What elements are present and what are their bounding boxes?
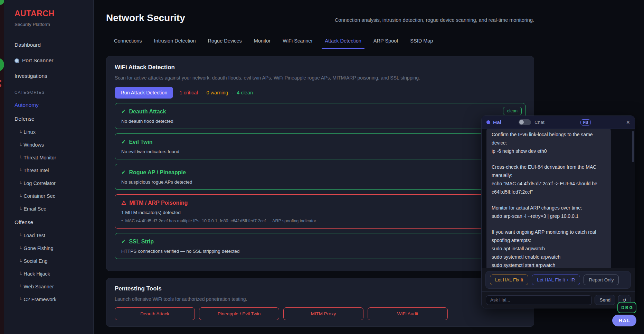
panel-description: Launch offensive WiFi tools for authoriz… bbox=[115, 296, 525, 302]
hal-assistant-panel: Hal Chat FB × Confirm the IPv6 link-loca… bbox=[481, 115, 635, 308]
warning-icon: ⚠ bbox=[121, 200, 126, 206]
let-hal-fix-it-button[interactable]: Let HAL Fix It bbox=[490, 275, 528, 285]
sidebar-item-autonomy[interactable]: Autonomy bbox=[15, 102, 93, 108]
sidebar-item-container-sec[interactable]: └Container Sec bbox=[19, 193, 93, 199]
sidebar-item-threat-monitor[interactable]: └Threat Monitor bbox=[19, 155, 93, 160]
scrollbar-thumb[interactable] bbox=[632, 131, 634, 162]
brand-tagline: Security Platform bbox=[15, 22, 93, 27]
result-title-text: Deauth Attack bbox=[129, 109, 166, 115]
summary-warning: 0 warning bbox=[207, 90, 228, 95]
sidebar-item-label: C2 Framework bbox=[23, 297, 56, 302]
brand-logo: AUTARCH bbox=[15, 9, 93, 18]
strip-dot-green-top bbox=[0, 0, 4, 5]
result-card-mitm-arp-poisoning: ⚠ MITM / ARP Poisoning 1 MITM indicator(… bbox=[115, 194, 525, 229]
result-title-text: Evil Twin bbox=[129, 139, 152, 145]
sidebar-item-web-scanner[interactable]: └Web Scanner bbox=[19, 284, 93, 289]
result-title: ✓ SSL Strip bbox=[121, 238, 519, 245]
tab-bar: Connections Intrusion Detection Rogue De… bbox=[106, 38, 534, 49]
debug-badge[interactable]: DBG bbox=[617, 302, 636, 313]
result-detail: No deauth flood detected bbox=[121, 119, 519, 124]
sidebar-item-load-test[interactable]: └Load Test bbox=[19, 233, 93, 238]
tree-branch-icon: └ bbox=[19, 246, 22, 251]
tab-attack-detection[interactable]: Attack Detection bbox=[325, 38, 361, 49]
sidebar-item-dashboard[interactable]: Dashboard bbox=[15, 42, 93, 48]
close-icon[interactable]: × bbox=[626, 119, 630, 126]
sidebar-item-label: Email Sec bbox=[23, 206, 46, 212]
deauth-attack-button[interactable]: Deauth Attack bbox=[115, 307, 195, 320]
sidebar-item-offense[interactable]: Offense bbox=[15, 219, 93, 225]
mode-toggle[interactable] bbox=[519, 119, 531, 125]
hal-launcher-button[interactable]: HAL bbox=[612, 315, 636, 326]
sidebar-item-label: Investigations bbox=[15, 73, 47, 79]
summary-separator: · bbox=[201, 90, 203, 95]
tree-branch-icon: └ bbox=[19, 271, 22, 277]
tab-wifi-scanner[interactable]: WiFi Scanner bbox=[283, 38, 313, 49]
sidebar-item-label: Linux bbox=[23, 129, 36, 135]
assistant-message-bubble: Confirm the IPv6 link-local belongs to t… bbox=[486, 129, 611, 268]
summary-critical: 1 critical bbox=[179, 90, 198, 95]
tab-rogue-devices[interactable]: Rogue Devices bbox=[208, 38, 242, 49]
message-line: Cross-check the EUI-64 derivation from t… bbox=[492, 163, 606, 179]
sidebar-item-log-correlator[interactable]: └Log Correlator bbox=[19, 180, 93, 186]
hal-actions-row: Let HAL Fix It Let HAL Fix It + IR Repor… bbox=[485, 271, 631, 289]
sidebar-item-defense[interactable]: Defense bbox=[15, 116, 93, 122]
panel-description: Scan for active attacks against your net… bbox=[115, 75, 525, 81]
tree-branch-icon: └ bbox=[19, 206, 22, 212]
page-description: Connection analysis, intrusion detection… bbox=[335, 17, 534, 23]
tab-intrusion-detection[interactable]: Intrusion Detection bbox=[154, 38, 196, 49]
let-hal-fix-it-ir-button[interactable]: Let HAL Fix It + IR bbox=[532, 275, 580, 285]
tab-arp-spoof[interactable]: ARP Spoof bbox=[373, 38, 398, 49]
sidebar-item-label: Container Sec bbox=[23, 193, 55, 199]
result-card-rogue-ap: ✓ Rogue AP / Pineapple No suspicious rog… bbox=[115, 164, 525, 190]
result-indicator: •MAC c4:4f:d5:d7:2c:cf has multiple IPs:… bbox=[121, 219, 519, 223]
ask-hal-input[interactable] bbox=[486, 295, 592, 305]
mode-label: Chat bbox=[534, 120, 544, 125]
sidebar-item-c2-framework[interactable]: └C2 Framework bbox=[19, 297, 93, 302]
tree-branch-icon: └ bbox=[19, 233, 22, 238]
report-only-button[interactable]: Report Only bbox=[584, 275, 619, 285]
sidebar-item-label: Threat Intel bbox=[23, 168, 49, 173]
tree-branch-icon: └ bbox=[19, 168, 22, 173]
chat-scrollbar[interactable] bbox=[632, 131, 634, 266]
mitm-proxy-button[interactable]: MITM Proxy bbox=[283, 307, 363, 320]
message-line bbox=[492, 196, 606, 204]
sidebar-item-label: Load Test bbox=[23, 233, 45, 238]
sidebar-item-label: Windows bbox=[23, 142, 44, 148]
magnifier-icon bbox=[15, 58, 19, 63]
message-line: Monitor for actual ARP changes over time… bbox=[492, 204, 606, 212]
hal-header: Hal Chat FB × bbox=[482, 116, 635, 129]
sidebar-item-linux[interactable]: └Linux bbox=[19, 129, 93, 135]
pineapple-evil-twin-button[interactable]: Pineapple / Evil Twin bbox=[199, 307, 279, 320]
scan-summary: 1 critical · 0 warning · 4 clean bbox=[179, 90, 253, 95]
result-title: ⚠ MITM / ARP Poisoning bbox=[121, 200, 519, 206]
tab-ssid-map[interactable]: SSID Map bbox=[410, 38, 433, 49]
tab-connections[interactable]: Connections bbox=[114, 38, 142, 49]
result-detail: 1 MITM indicator(s) detected bbox=[121, 210, 519, 215]
result-title-text: Rogue AP / Pineapple bbox=[129, 169, 186, 176]
sidebar-item-threat-intel[interactable]: └Threat Intel bbox=[19, 168, 93, 173]
result-card-evil-twin: ✓ Evil Twin No evil twin indicators foun… bbox=[115, 133, 525, 159]
wifi-audit-button[interactable]: WiFi Audit bbox=[368, 307, 448, 320]
check-icon: ✓ bbox=[121, 169, 126, 176]
sidebar-item-gone-fishing[interactable]: └Gone Fishing bbox=[19, 245, 93, 251]
send-button[interactable]: Send bbox=[595, 295, 615, 305]
sidebar-item-hack-hijack[interactable]: └Hack Hijack bbox=[19, 271, 93, 277]
summary-separator: · bbox=[231, 90, 233, 95]
sidebar-item-label: Web Scanner bbox=[23, 284, 54, 289]
summary-clean: 4 clean bbox=[237, 90, 253, 95]
run-attack-detection-button[interactable]: Run Attack Detection bbox=[115, 87, 173, 99]
result-detail: No evil twin indicators found bbox=[121, 149, 519, 154]
check-icon: ✓ bbox=[121, 238, 126, 245]
sidebar-item-email-sec[interactable]: └Email Sec bbox=[19, 206, 93, 212]
sidebar-item-windows[interactable]: └Windows bbox=[19, 142, 93, 148]
hal-input-row: Send ↺ bbox=[482, 291, 635, 308]
message-line: sudo systemctl enable arpwatch bbox=[492, 253, 606, 261]
sidebar-item-port-scanner[interactable]: Port Scanner bbox=[15, 57, 93, 64]
hal-actions-section: Let HAL Fix It Let HAL Fix It + IR Repor… bbox=[482, 268, 635, 291]
fb-badge[interactable]: FB bbox=[580, 119, 591, 126]
bullet-icon: • bbox=[121, 219, 123, 223]
tab-monitor[interactable]: Monitor bbox=[254, 38, 271, 49]
sidebar-item-social-eng[interactable]: └Social Eng bbox=[19, 258, 93, 264]
sidebar-item-label: Log Correlator bbox=[23, 180, 56, 186]
sidebar-item-investigations[interactable]: Investigations bbox=[15, 73, 93, 79]
